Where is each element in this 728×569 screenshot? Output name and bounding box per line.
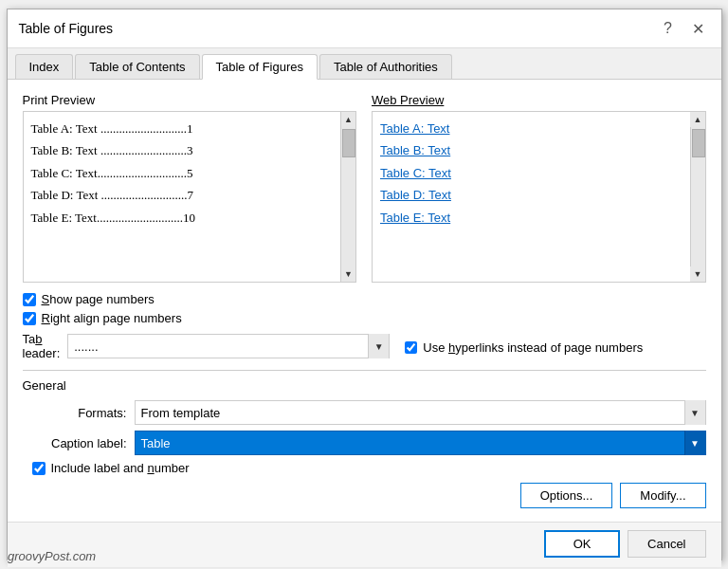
- formats-value: From template: [141, 406, 221, 420]
- title-bar-controls: ? ✕: [657, 17, 710, 40]
- web-scrollbar[interactable]: ▲ ▼: [690, 112, 705, 282]
- options-button[interactable]: Options...: [520, 483, 613, 508]
- tab-table-of-authorities[interactable]: Table of Authorities: [319, 54, 452, 79]
- web-scroll-down[interactable]: ▼: [690, 266, 705, 282]
- print-row-5: Table E: Text...........................…: [31, 207, 334, 229]
- caption-arrow[interactable]: ▼: [684, 431, 705, 455]
- use-hyperlinks-label: Use hyperlinks instead of page numbers: [423, 340, 643, 355]
- tab-leader-label: Tab leader:: [23, 332, 61, 360]
- tab-index[interactable]: Index: [15, 54, 74, 79]
- print-scroll-track: [341, 127, 355, 266]
- include-label-row: Include label and number: [23, 461, 706, 475]
- print-row-4: Table D: Text ..........................…: [31, 184, 334, 206]
- print-options: Show page numbers Right align page numbe…: [23, 292, 391, 360]
- tab-leader-row: Tab leader: ....... ▼: [23, 332, 391, 360]
- general-grid: Formats: From template ▼ Caption label: …: [23, 400, 706, 455]
- web-row-5[interactable]: Table E: Text: [380, 207, 682, 229]
- dialog: Table of Figures ? ✕ Index Table of Cont…: [7, 9, 722, 560]
- right-align-label: Right align page numbers: [42, 311, 182, 325]
- cancel-button[interactable]: Cancel: [628, 530, 705, 558]
- right-align-checkbox[interactable]: [23, 312, 36, 325]
- tab-leader-value: .......: [74, 340, 98, 354]
- previews-row: Print Preview Table A: Text ............…: [23, 93, 706, 283]
- tab-leader-select[interactable]: ....... ▼: [67, 334, 390, 358]
- print-scroll-thumb[interactable]: [342, 129, 355, 157]
- print-scroll-down[interactable]: ▼: [341, 266, 356, 282]
- print-preview-box: Table A: Text ..........................…: [23, 111, 357, 283]
- tab-leader-arrow[interactable]: ▼: [368, 334, 389, 358]
- print-preview-content: Table A: Text ..........................…: [24, 112, 341, 282]
- web-options: Use hyperlinks instead of page numbers: [405, 292, 705, 360]
- show-page-numbers-label: Show page numbers: [42, 292, 155, 306]
- web-preview-label: Web Preview: [372, 93, 706, 107]
- show-page-numbers-checkbox[interactable]: [23, 293, 36, 306]
- options-section: Show page numbers Right align page numbe…: [23, 292, 391, 360]
- caption-label: Caption label:: [32, 436, 127, 450]
- general-section: General Formats: From template ▼ Caption…: [23, 370, 706, 508]
- use-hyperlinks-row: Use hyperlinks instead of page numbers: [405, 340, 705, 355]
- web-scroll-thumb[interactable]: [692, 129, 705, 157]
- web-row-4[interactable]: Table D: Text: [380, 184, 682, 206]
- formats-label: Formats:: [32, 406, 127, 420]
- formats-arrow[interactable]: ▼: [684, 400, 705, 425]
- print-row-1: Table A: Text ..........................…: [31, 118, 334, 139]
- watermark: groovyPost.com: [8, 549, 96, 563]
- web-preview-box: Table A: Text Table B: Text Table C: Tex…: [372, 111, 706, 283]
- web-row-1[interactable]: Table A: Text: [380, 118, 682, 139]
- web-preview-section: Web Preview Table A: Text Table B: Text …: [372, 93, 706, 283]
- right-align-row: Right align page numbers: [23, 311, 391, 325]
- bottom-buttons: Options... Modify...: [23, 475, 706, 508]
- tab-table-of-figures[interactable]: Table of Figures: [202, 54, 318, 80]
- caption-value: Table: [141, 436, 171, 450]
- title-bar: Table of Figures ? ✕: [8, 9, 721, 48]
- footer: OK Cancel: [8, 522, 721, 567]
- web-row-2[interactable]: Table B: Text: [380, 139, 682, 161]
- web-scroll-track: [691, 127, 705, 266]
- help-button[interactable]: ?: [657, 17, 680, 40]
- ok-button[interactable]: OK: [544, 530, 620, 558]
- web-preview-content: Table A: Text Table B: Text Table C: Tex…: [373, 112, 690, 282]
- web-scroll-up[interactable]: ▲: [690, 112, 705, 127]
- formats-select[interactable]: From template ▼: [135, 400, 706, 425]
- main-content: Print Preview Table A: Text ............…: [8, 80, 721, 522]
- show-page-numbers-row: Show page numbers: [23, 292, 391, 306]
- print-scrollbar[interactable]: ▲ ▼: [340, 112, 355, 282]
- web-row-3[interactable]: Table C: Text: [380, 162, 682, 184]
- dialog-title: Table of Figures: [19, 21, 114, 36]
- print-preview-label: Print Preview: [23, 93, 357, 107]
- tab-bar: Index Table of Contents Table of Figures…: [8, 48, 721, 80]
- print-scroll-up[interactable]: ▲: [341, 112, 356, 127]
- tab-table-of-contents[interactable]: Table of Contents: [75, 54, 199, 79]
- close-button[interactable]: ✕: [687, 17, 710, 40]
- include-label-text: Include label and number: [51, 461, 190, 475]
- general-title: General: [23, 378, 706, 393]
- modify-button[interactable]: Modify...: [620, 483, 705, 508]
- print-preview-section: Print Preview Table A: Text ............…: [23, 93, 357, 283]
- use-hyperlinks-checkbox[interactable]: [405, 341, 417, 354]
- caption-select[interactable]: Table ▼: [135, 431, 706, 455]
- print-row-3: Table C: Text...........................…: [31, 162, 334, 184]
- print-row-2: Table B: Text ..........................…: [31, 139, 334, 161]
- include-label-checkbox[interactable]: [32, 462, 46, 475]
- options-row: Show page numbers Right align page numbe…: [23, 292, 706, 360]
